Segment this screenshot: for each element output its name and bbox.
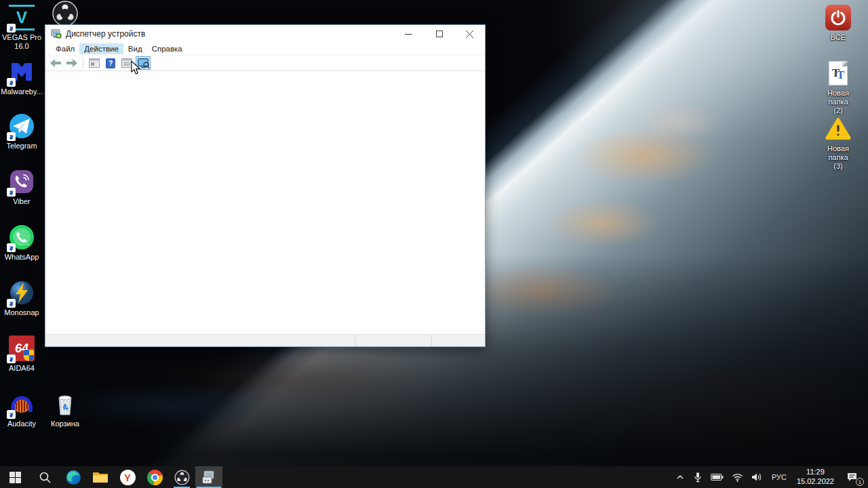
- desktop-icon-recycle-bin[interactable]: Корзина: [43, 390, 87, 428]
- help-icon: ?: [106, 58, 115, 68]
- truetype-font-icon: T T: [829, 61, 848, 85]
- device-manager-icon: [201, 469, 217, 485]
- maximize-button[interactable]: [424, 25, 454, 43]
- microphone-icon: [693, 472, 703, 483]
- shortcut-arrow-icon: [7, 188, 16, 197]
- chrome-icon: [147, 470, 163, 485]
- console-tree-icon: [89, 58, 100, 68]
- shortcut-arrow-icon: [7, 410, 16, 419]
- clock-date: 15.02.2022: [797, 477, 834, 487]
- tray-volume-button[interactable]: [748, 466, 766, 488]
- statusbar-segment: [45, 335, 355, 346]
- menu-help[interactable]: Справка: [147, 43, 187, 54]
- desktop-icon-new-folder-2[interactable]: T T Новая папка (2): [816, 60, 860, 116]
- desktop-icon-aida64[interactable]: 64 AIDA64: [0, 335, 43, 373]
- obs-icon: [174, 470, 190, 485]
- tray-microphone-button[interactable]: [690, 466, 706, 488]
- back-icon: [50, 59, 61, 67]
- taskbar-yandex-button[interactable]: Y: [114, 466, 141, 488]
- explorer-icon: [92, 470, 108, 484]
- chevron-up-icon: [675, 472, 685, 482]
- yandex-icon: Y: [120, 470, 136, 485]
- menu-action[interactable]: Действие: [79, 43, 123, 54]
- desktop-icon-label: AIDA64: [9, 364, 35, 373]
- taskbar-clock[interactable]: 11:29 15.02.2022: [793, 468, 838, 487]
- desktop-icon-label: Malwareby...: [1, 87, 43, 96]
- desktop-icon-label: Viber: [13, 197, 30, 206]
- search-button[interactable]: [30, 466, 60, 488]
- desktop-icon-new-folder-3[interactable]: Новая папка (3): [816, 115, 860, 171]
- desktop-icon-label: ВСЕ: [831, 33, 846, 42]
- close-button[interactable]: [454, 25, 485, 43]
- help-button[interactable]: ?: [103, 56, 118, 70]
- desktop-icon-monosnap[interactable]: Monosnap: [0, 279, 43, 317]
- language-indicator[interactable]: РУС: [767, 466, 791, 488]
- statusbar-segment: [355, 335, 431, 346]
- desktop-icon-label: Telegram: [6, 142, 37, 150]
- taskbar-obs-button[interactable]: [168, 466, 195, 488]
- desktop-icon-viber[interactable]: Viber: [0, 168, 43, 206]
- taskbar: Y: [0, 466, 868, 488]
- recycle-bin-icon: [52, 390, 79, 418]
- desktop-icon-label: WhatsApp: [5, 253, 39, 262]
- window-menubar: Файл Действие Вид Справка: [45, 43, 485, 56]
- menu-file[interactable]: Файл: [51, 43, 79, 54]
- desktop-icon-shutdown-all[interactable]: ВСЕ: [816, 4, 860, 42]
- notification-count-badge: 1: [856, 478, 864, 486]
- window-titlebar[interactable]: Диспетчер устройств: [45, 25, 485, 43]
- tray-expand-button[interactable]: [672, 466, 688, 488]
- console-tree-button[interactable]: [87, 56, 102, 70]
- desktop-icon-label: Monosnap: [4, 308, 39, 317]
- taskbar-device-manager-button[interactable]: [195, 466, 222, 488]
- desktop-icon-telegram[interactable]: Telegram: [0, 113, 43, 150]
- start-button[interactable]: [0, 466, 30, 488]
- window-toolbar: ?: [45, 56, 485, 71]
- menu-view[interactable]: Вид: [123, 43, 147, 54]
- shortcut-arrow-icon: [7, 299, 16, 308]
- window-title: Диспетчер устройств: [66, 29, 393, 39]
- desktop-icon-malwarebytes[interactable]: Malwareby...: [0, 58, 43, 96]
- edge-icon: [66, 470, 81, 485]
- desktop-icon-whatsapp[interactable]: WhatsApp: [0, 224, 43, 262]
- desktop-icon-label: VEGAS Pro 16.0: [2, 33, 41, 51]
- forward-icon: [66, 59, 77, 67]
- device-tree-pane[interactable]: [45, 71, 485, 334]
- start-icon: [9, 472, 21, 483]
- tray-wifi-button[interactable]: [728, 466, 747, 488]
- window-statusbar: [45, 334, 485, 346]
- search-icon: [39, 471, 51, 483]
- speaker-icon: [751, 472, 762, 482]
- wifi-icon: [732, 473, 743, 482]
- warning-icon: [825, 115, 852, 142]
- desktop-icon-label: Audacity: [7, 420, 36, 428]
- desktop-icon-vegas[interactable]: V VEGAS Pro 16.0: [0, 4, 43, 51]
- taskbar-edge-button[interactable]: [60, 466, 87, 488]
- battery-icon: [711, 473, 724, 481]
- desktop-icon-label: Новая папка (3): [816, 144, 860, 171]
- back-button[interactable]: [48, 56, 63, 70]
- desktop-icon-label: Новая папка (2): [816, 89, 860, 116]
- desktop-icon-audacity[interactable]: Audacity: [0, 390, 43, 428]
- notification-center-button[interactable]: 1: [840, 466, 865, 488]
- device-manager-window: Диспетчер устройств Файл Действие Вид Сп…: [45, 24, 486, 347]
- forward-button[interactable]: [64, 56, 79, 70]
- taskbar-chrome-button[interactable]: [141, 466, 168, 488]
- shortcut-arrow-icon: [7, 24, 16, 33]
- mouse-cursor: [130, 61, 141, 79]
- obs-icon: [52, 0, 79, 27]
- desktop-icon-obs[interactable]: [43, 0, 87, 27]
- shortcut-arrow-icon: [7, 243, 16, 252]
- desktop-icon-label: Корзина: [51, 420, 79, 428]
- desktop-screen: V VEGAS Pro 16.0 Malwareby...: [0, 0, 868, 488]
- statusbar-segment: [431, 335, 485, 346]
- minimize-button[interactable]: [393, 25, 424, 43]
- taskbar-explorer-button[interactable]: [87, 466, 114, 488]
- device-manager-window-icon: [51, 28, 62, 39]
- power-icon: [825, 5, 851, 30]
- tray-battery-button[interactable]: [707, 466, 727, 488]
- shortcut-arrow-icon: [7, 132, 16, 141]
- clock-time: 11:29: [797, 468, 834, 477]
- shortcut-arrow-icon: [7, 78, 16, 87]
- shortcut-arrow-icon: [7, 354, 16, 363]
- toolbar-separator: [83, 58, 83, 68]
